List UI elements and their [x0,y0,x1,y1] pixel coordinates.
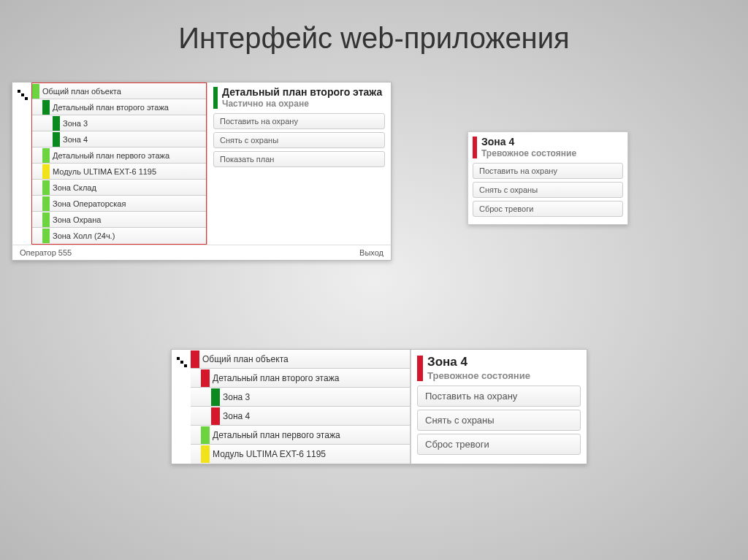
status-color-chip [211,388,220,406]
show-plan-button[interactable]: Показать план [213,151,385,167]
status-color-chip [42,148,50,163]
tree-row[interactable]: Зона Охрана [32,212,206,228]
panel-zone-alarm-small: Зона 4 Тревожное состояние Поставить на … [468,131,628,225]
tree-row[interactable]: Зона 4 [32,131,206,147]
tree-row-label: Детальный план первого этажа [213,430,340,440]
detail-subtitle: Тревожное состояние [427,370,581,381]
status-color-chip [32,84,39,99]
tree-row-label: Зона Холл (24ч.) [53,231,115,240]
status-color-chip [211,407,220,425]
tree-row-label: Зона 4 [63,135,88,144]
status-color-chip [201,426,210,444]
tree-sidebar: Общий план объектаДетальный план второго… [172,350,411,464]
detail-title: Зона 4 [481,137,623,147]
status-color-chip [42,229,50,243]
tree-row-label: Детальный план второго этажа [213,373,339,383]
status-color-chip [53,132,60,147]
tree-row-label: Зона 3 [223,392,250,402]
tree-row[interactable]: Общий план объекта [32,83,206,99]
tree-row[interactable]: Детальный план первого этажа [32,147,206,164]
reset-alarm-button[interactable]: Сброс тревоги [473,201,623,217]
tree-row[interactable]: Модуль ULTIMA EXT-6 1195 [191,445,410,464]
tree-row-label: Зона Охрана [53,215,101,224]
tree-row-label: Детальный план первого этажа [53,151,169,160]
logout-link[interactable]: Выход [359,248,383,257]
tree-row-label: Зона 3 [63,119,88,128]
tree-row-label: Зона Склад [53,183,96,192]
status-color-chip [201,445,210,463]
operator-label: Оператор 555 [20,248,72,257]
detail-header: Детальный план второго этажа Частично на… [213,87,385,109]
detail-header: Зона 4 Тревожное состояние [473,137,623,158]
status-bar: Оператор 555 Выход [12,245,391,260]
tree-row-label: Общий план объекта [42,87,121,96]
panel-main-alarm: Общий план объектаДетальный план второго… [171,349,587,464]
tree-row[interactable]: Модуль ULTIMA EXT-6 1195 [32,164,206,180]
tree-row-label: Модуль ULTIMA EXT-6 1195 [53,167,156,176]
tree-row[interactable]: Зона 3 [191,388,410,407]
tree-row[interactable]: Зона Склад [32,180,206,196]
tree-view-icon[interactable] [172,350,191,369]
status-color-chip [201,369,210,387]
arm-button[interactable]: Поставить на охрану [213,113,385,129]
detail-subtitle: Тревожное состояние [481,148,623,158]
tree-row[interactable]: Детальный план второго этажа [191,369,410,388]
status-color-chip [191,350,199,368]
tree-row-label: Детальный план второго этажа [53,103,169,112]
tree-sidebar: Общий план объектаДетальный план второго… [12,83,207,245]
detail-header: Зона 4 Тревожное состояние [417,356,581,381]
status-color-chip [42,164,50,179]
status-color-chip [53,116,60,131]
reset-alarm-button[interactable]: Сброс тревоги [417,434,581,455]
disarm-button[interactable]: Снять с охраны [417,410,581,431]
status-color-chip [42,100,50,115]
detail-title: Зона 4 [427,356,581,369]
status-color-chip [42,196,50,211]
tree-row[interactable]: Общий план объекта [191,350,410,369]
tree-row[interactable]: Зона 3 [32,115,206,131]
tree-row[interactable]: Зона 4 [191,407,410,426]
tree-row-label: Модуль ULTIMA EXT-6 1195 [213,449,326,459]
tree-row-label: Зона 4 [223,411,250,421]
tree-row[interactable]: Зона Операторская [32,196,206,212]
arm-button[interactable]: Поставить на охрану [417,386,581,407]
status-color-chip [42,212,50,227]
status-color-chip [42,180,50,195]
tree-row[interactable]: Зона Холл (24ч.) [32,228,206,244]
tree-row[interactable]: Детальный план первого этажа [191,426,410,445]
detail-subtitle: Частично на охране [222,99,385,109]
disarm-button[interactable]: Снять с охраны [473,182,623,198]
disarm-button[interactable]: Снять с охраны [213,132,385,148]
detail-title: Детальный план второго этажа [222,87,385,98]
panel-main-overview: Общий план объектаДетальный план второго… [12,82,392,261]
tree-row-label: Зона Операторская [53,199,126,208]
tree-row-label: Общий план объекта [202,354,289,364]
tree-row[interactable]: Детальный план второго этажа [32,99,206,115]
tree-view-icon[interactable] [12,83,31,101]
arm-button[interactable]: Поставить на охрану [473,163,623,179]
slide-title: Интерфейс web-приложения [0,0,748,55]
detail-pane: Детальный план второго этажа Частично на… [207,83,391,245]
detail-pane: Зона 4 Тревожное состояние Поставить на … [411,350,587,464]
